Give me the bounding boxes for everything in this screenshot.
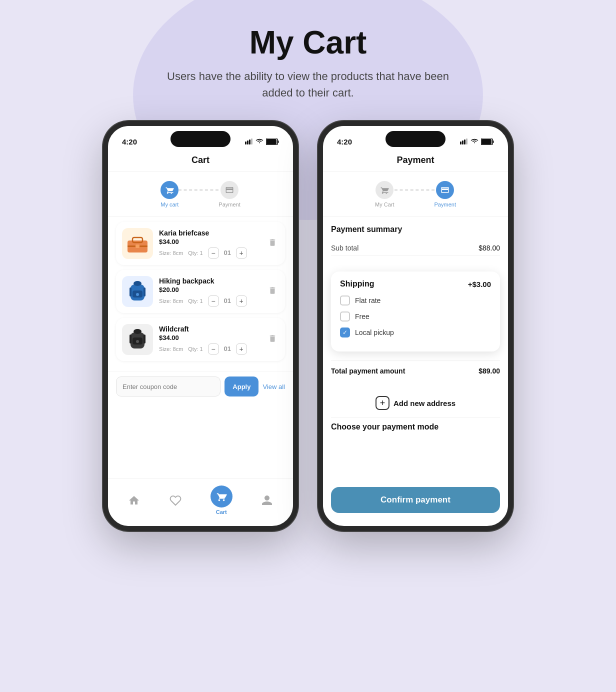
phones-container: 4:20 Cart My cart bbox=[103, 121, 513, 531]
payment-phone-inner: 4:20 Payment My Cart bbox=[323, 126, 508, 525]
flat-rate-checkbox[interactable] bbox=[340, 296, 350, 306]
item-meta-0: Size: 8cm Qty: 1 − 01 + bbox=[159, 248, 260, 258]
status-icons-1 bbox=[245, 138, 279, 145]
cart-screen-content: Cart My cart Payment bbox=[108, 150, 293, 525]
svg-rect-29 bbox=[493, 140, 494, 143]
nav-favorites[interactable] bbox=[168, 494, 182, 508]
page-subtitle: Users have the ability to view the produ… bbox=[163, 68, 453, 101]
shipping-title: Shipping bbox=[340, 280, 374, 288]
apply-coupon-button[interactable]: Apply bbox=[224, 376, 258, 396]
svg-rect-2 bbox=[249, 140, 250, 144]
cart-screen-title: Cart bbox=[108, 150, 293, 172]
step-label-payment: Payment bbox=[218, 202, 240, 208]
delete-item-0[interactable] bbox=[266, 236, 279, 251]
step-mycart: My cart bbox=[160, 181, 178, 208]
shipping-option-1[interactable]: Free bbox=[340, 312, 491, 322]
svg-rect-15 bbox=[144, 288, 146, 296]
total-section: Total payment amount $89.00 bbox=[323, 356, 508, 389]
step-payment-p2: Payment bbox=[434, 181, 456, 208]
payment-progress-steps: My Cart Payment bbox=[323, 172, 508, 217]
cart-item-0: Karia briefcase $34.00 Size: 8cm Qty: 1 … bbox=[116, 222, 285, 265]
qty-val-2: 01 bbox=[222, 345, 233, 352]
nav-profile[interactable] bbox=[260, 494, 274, 508]
item-image-0 bbox=[122, 228, 153, 259]
qty-val-0: 01 bbox=[222, 249, 233, 256]
qty-controls-2: − 01 + bbox=[208, 344, 247, 354]
local-pickup-checkbox[interactable]: ✓ bbox=[340, 328, 350, 338]
payment-screen-content: Payment My Cart Payment bbox=[323, 150, 508, 525]
step-circle-payment-p2 bbox=[436, 181, 454, 199]
free-checkbox[interactable] bbox=[340, 312, 350, 322]
battery-icon-2 bbox=[481, 138, 494, 145]
qty-plus-2[interactable]: + bbox=[236, 344, 247, 354]
item-meta-1: Size: 8cm Qty: 1 − 01 + bbox=[159, 296, 260, 306]
shipping-option-2[interactable]: ✓ Local pickup bbox=[340, 328, 491, 338]
qty-minus-0[interactable]: − bbox=[208, 248, 219, 258]
subtotal-row: Sub total $88.00 bbox=[331, 241, 500, 256]
item-price-1: $20.00 bbox=[159, 286, 260, 294]
cart-nav-label: Cart bbox=[216, 509, 227, 515]
cart-progress-steps: My cart Payment bbox=[108, 172, 293, 217]
item-meta-2: Size: 8cm Qty: 1 − 01 + bbox=[159, 344, 260, 354]
free-label: Free bbox=[355, 312, 370, 320]
signal-icon-2 bbox=[460, 138, 468, 144]
delete-item-2[interactable] bbox=[266, 332, 279, 347]
payment-mode-title: Choose your payment mode bbox=[323, 418, 508, 438]
item-price-0: $34.00 bbox=[159, 238, 260, 246]
svg-rect-26 bbox=[466, 138, 468, 144]
view-all-link[interactable]: View all bbox=[262, 383, 285, 390]
coupon-input[interactable] bbox=[116, 376, 220, 396]
shipping-price: +$3.00 bbox=[468, 280, 491, 288]
item-details-0: Karia briefcase $34.00 Size: 8cm Qty: 1 … bbox=[159, 229, 260, 258]
cart-item-2: Wildcraft $34.00 Size: 8cm Qty: 1 − 01 + bbox=[116, 318, 285, 361]
item-size-0: Size: 8cm bbox=[159, 250, 183, 256]
item-details-1: Hiking backpack $20.00 Size: 8cm Qty: 1 … bbox=[159, 277, 260, 306]
svg-point-18 bbox=[134, 329, 142, 334]
signal-icon-1 bbox=[245, 138, 253, 144]
step-label-mycart-p2: My Cart bbox=[375, 202, 394, 208]
cart-step-icon-p2 bbox=[380, 186, 389, 194]
confirm-payment-button[interactable]: Confirm payment bbox=[331, 487, 500, 513]
svg-point-22 bbox=[136, 340, 139, 343]
subtotal-label: Sub total bbox=[331, 244, 358, 252]
step-circle-mycart bbox=[160, 181, 178, 199]
cart-phone-inner: 4:20 Cart My cart bbox=[108, 126, 293, 525]
nav-home[interactable] bbox=[127, 494, 141, 508]
dynamic-island-1 bbox=[170, 131, 230, 147]
total-row: Total payment amount $89.00 bbox=[331, 360, 500, 381]
qty-minus-1[interactable]: − bbox=[208, 296, 219, 306]
cart-items-list: Karia briefcase $34.00 Size: 8cm Qty: 1 … bbox=[108, 217, 293, 371]
briefcase-svg bbox=[126, 234, 150, 254]
payment-step-icon bbox=[225, 186, 234, 194]
backpack-black-svg bbox=[126, 328, 148, 350]
status-time-2: 4:20 bbox=[337, 138, 352, 146]
coupon-area: Apply View all bbox=[108, 371, 293, 402]
delete-item-1[interactable] bbox=[266, 284, 279, 299]
wifi-icon-2 bbox=[470, 138, 478, 144]
subtotal-amount: $88.00 bbox=[478, 244, 500, 252]
local-pickup-label: Local pickup bbox=[355, 328, 394, 336]
payment-screen-title: Payment bbox=[323, 150, 508, 172]
payment-phone: 4:20 Payment My Cart bbox=[318, 121, 513, 531]
qty-minus-2[interactable]: − bbox=[208, 344, 219, 354]
step-circle-mycart-p2 bbox=[376, 181, 394, 199]
cart-item-1: Hiking backpack $20.00 Size: 8cm Qty: 1 … bbox=[116, 270, 285, 313]
step-label-mycart: My cart bbox=[160, 202, 178, 208]
svg-rect-25 bbox=[464, 140, 466, 144]
status-time-1: 4:20 bbox=[122, 138, 137, 146]
page-header: My Cart Users have the ability to view t… bbox=[163, 25, 453, 101]
svg-rect-21 bbox=[144, 334, 146, 344]
add-address-button[interactable]: + Add new address bbox=[323, 389, 508, 417]
backpack-blue-svg bbox=[126, 280, 150, 302]
shipping-option-0[interactable]: Flat rate bbox=[340, 296, 491, 306]
nav-cart[interactable]: Cart bbox=[210, 486, 232, 515]
item-size-1: Size: 8cm bbox=[159, 298, 183, 304]
qty-plus-0[interactable]: + bbox=[236, 248, 247, 258]
item-name-1: Hiking backpack bbox=[159, 277, 260, 285]
qty-plus-1[interactable]: + bbox=[236, 296, 247, 306]
item-details-2: Wildcraft $34.00 Size: 8cm Qty: 1 − 01 + bbox=[159, 325, 260, 354]
svg-rect-6 bbox=[278, 140, 279, 143]
svg-rect-3 bbox=[251, 138, 252, 144]
battery-icon-1 bbox=[266, 138, 279, 145]
item-qty-label-1: Qty: 1 bbox=[188, 298, 202, 304]
